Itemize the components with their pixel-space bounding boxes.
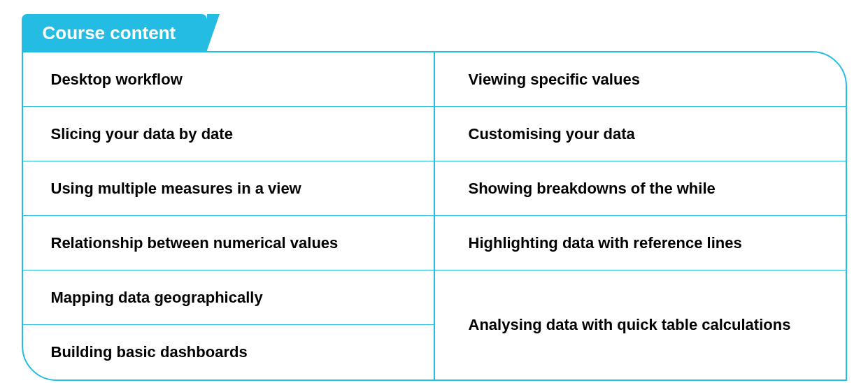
content-item: Relationship between numerical values	[23, 216, 434, 270]
content-item: Slicing your data by date	[23, 107, 434, 161]
content-item: Mapping data geographically	[23, 270, 434, 325]
content-item: Desktop workflow	[23, 52, 434, 107]
content-item: Highlighting data with reference lines	[435, 216, 846, 270]
content-item: Analysing data with quick table calculat…	[435, 270, 846, 380]
left-column: Desktop workflow Slicing your data by da…	[23, 52, 435, 380]
section-header: Course content	[22, 14, 208, 52]
content-item: Showing breakdowns of the while	[435, 161, 846, 216]
course-content-container: Course content Desktop workflow Slicing …	[22, 14, 847, 381]
content-item: Using multiple measures in a view	[23, 161, 434, 216]
content-item: Viewing specific values	[435, 52, 846, 107]
content-item: Building basic dashboards	[23, 325, 434, 380]
section-title: Course content	[43, 22, 176, 43]
right-column: Viewing specific values Customising your…	[435, 52, 846, 380]
content-grid: Desktop workflow Slicing your data by da…	[22, 51, 847, 381]
content-item: Customising your data	[435, 107, 846, 161]
